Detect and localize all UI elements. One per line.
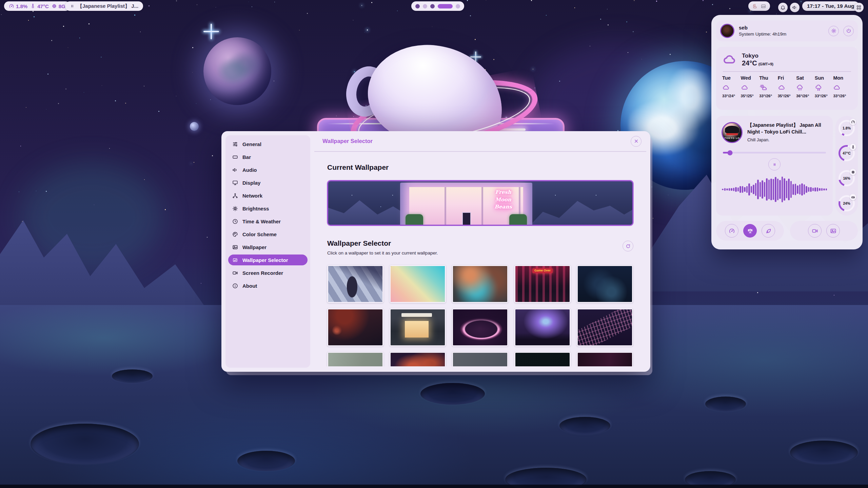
volume-button[interactable] — [790, 3, 800, 12]
power-saver-mode-button[interactable] — [762, 224, 775, 238]
camera-icon — [232, 270, 238, 276]
system-stats-pill[interactable]: 1.8% 47°C 8G — [4, 1, 70, 11]
workspace-indicator-occupied[interactable] — [415, 4, 420, 8]
arcade-sign-text: Game Over — [532, 268, 553, 273]
sidebar-item-display[interactable]: Display — [228, 177, 308, 188]
balanced-mode-button[interactable] — [743, 224, 757, 238]
selector-heading: Wallpaper Selector — [327, 239, 438, 247]
media-pill[interactable]: 【Japanese Playlist】 J... — [65, 1, 143, 11]
clock-pill[interactable]: 17:17 - Tue, 19 Aug — [802, 1, 859, 11]
notifications-button[interactable] — [778, 3, 788, 12]
user-name: seb — [739, 24, 824, 31]
sidebar-item-bar[interactable]: Bar — [228, 151, 308, 162]
bar-icon — [232, 154, 238, 160]
sidebar-item-audio[interactable]: Audio — [228, 164, 308, 175]
media-pill-label: 【Japanese Playlist】 J... — [77, 3, 138, 9]
thermometer-icon — [30, 3, 36, 9]
memory-stat: 8G — [52, 3, 65, 9]
sidebar-item-general[interactable]: General — [228, 139, 308, 149]
workspace-indicator-empty[interactable] — [456, 4, 460, 8]
sidebar-item-network[interactable]: Network — [228, 190, 308, 201]
settings-content: Wallpaper Selector Current Wallpaper Fre… — [310, 131, 650, 372]
wallpaper-thumb-wireframe-waves[interactable] — [577, 308, 633, 346]
media-artist: Chill Japan. — [747, 138, 827, 142]
sidebar-item-wallpaper-selector[interactable]: Wallpaper Selector — [228, 255, 308, 265]
gauge-icon — [851, 120, 855, 124]
preview-planter — [406, 214, 423, 226]
wallpaper-thumb-cyberpunk-arcade[interactable]: Game Over — [514, 265, 571, 303]
power-icon — [846, 28, 851, 34]
power-button[interactable] — [843, 26, 854, 36]
sidebar-item-color-scheme[interactable]: Color Scheme — [228, 229, 308, 240]
sidebar-item-label: Brightness — [242, 206, 269, 211]
wallpaper-thumb-anime-girl-crosswalk[interactable] — [327, 265, 383, 303]
forecast-temps: 35°/26° — [778, 94, 796, 98]
audio-waveform — [722, 173, 827, 206]
sidebar-item-screen-recorder[interactable]: Screen Recorder — [228, 267, 308, 278]
wallpaper-thumb-pastel-sunset-gradient[interactable] — [390, 265, 446, 303]
wallpaper-thumb-blurred-aurora[interactable] — [452, 265, 508, 303]
refresh-icon — [626, 244, 631, 249]
forecast-day-label: Tue — [722, 75, 741, 81]
wallpaper-thumb-dark-night-castle[interactable] — [577, 265, 633, 303]
coffee-shop-sign — [401, 313, 432, 317]
media-progress-slider[interactable] — [723, 152, 826, 154]
sidebar-item-brightness[interactable]: Brightness — [228, 203, 308, 214]
wallpaper-thumb-ember-forest[interactable] — [327, 308, 383, 346]
tray-icon-2[interactable] — [761, 4, 766, 9]
user-card: seb System Uptime: 4h19m — [716, 20, 858, 41]
neon-line: Beans — [482, 203, 525, 211]
forecast-day: Fri 35°/26° — [778, 75, 796, 98]
workspace-indicator-empty[interactable] — [423, 4, 427, 8]
memory-gauge: 16% — [839, 170, 855, 186]
wallpaper-thumb-crimson-lake[interactable] — [390, 352, 446, 366]
tray-icon-1[interactable] — [752, 4, 757, 9]
wallpaper-thumb-nebula-forest[interactable] — [514, 308, 571, 346]
wallpaper-thumb-slate-grey[interactable] — [452, 352, 508, 366]
workspace-indicator-occupied[interactable] — [430, 4, 435, 8]
pause-button[interactable] — [768, 158, 781, 170]
preview-planter — [509, 214, 527, 226]
close-icon — [634, 139, 639, 144]
quick-settings-dock — [716, 221, 784, 241]
cpu-value: 1.8% — [16, 3, 27, 9]
palette-icon — [232, 231, 238, 237]
gauge-icon — [9, 3, 14, 9]
wallpaper-thumb-lofi-coffee-storefront[interactable] — [390, 308, 446, 346]
gear-icon — [831, 28, 836, 34]
sidebar-item-about[interactable]: About — [228, 280, 308, 291]
neon-line: Fresh — [482, 189, 525, 196]
brightness-icon — [232, 206, 238, 211]
window-body[interactable]: Current Wallpaper Fresh Moon Beans — [310, 152, 650, 366]
sidebar-item-label: Audio — [242, 167, 257, 173]
selector-section-header: Wallpaper Selector Click on a wallpaper … — [327, 226, 633, 256]
media-progress-thumb[interactable] — [728, 150, 733, 155]
settings-button[interactable] — [828, 26, 839, 36]
media-title: 【Japanese Playlist】 Japan All Night - To… — [747, 122, 827, 135]
dashboard-button[interactable] — [854, 3, 864, 12]
screenshot-button[interactable] — [826, 224, 840, 238]
bell-icon — [780, 5, 786, 10]
settings-sidebar: General Bar Audio Display Network Bright… — [225, 135, 310, 368]
sidebar-item-time-weather[interactable]: Time & Weather — [228, 216, 308, 227]
weather-divider — [723, 71, 851, 72]
wallpaper-thumb-plum-gradient[interactable] — [577, 352, 633, 366]
preview-neon-sign: Fresh Moon Beans — [482, 189, 525, 211]
speaker-icon — [232, 167, 238, 173]
screen-record-button[interactable] — [808, 224, 822, 238]
wallpaper-thumb-sage-grey[interactable] — [327, 352, 383, 366]
performance-mode-button[interactable] — [725, 224, 738, 238]
sidebar-item-wallpaper[interactable]: Wallpaper — [228, 242, 308, 252]
camera-icon — [812, 228, 818, 234]
avatar — [720, 24, 734, 38]
wallpaper-thumb-dark-teal[interactable] — [514, 352, 571, 366]
system-uptime: System Uptime: 4h19m — [739, 31, 824, 37]
system-tray-pill[interactable] — [748, 1, 770, 11]
close-button[interactable] — [631, 136, 642, 147]
media-player-card: TOKYO LO 【Japanese Playlist】 Japan All N… — [716, 116, 833, 216]
workspace-indicator-active[interactable] — [438, 4, 453, 8]
wallpaper-thumb-purple-eclipse[interactable] — [452, 308, 508, 346]
refresh-button[interactable] — [623, 241, 633, 251]
sidebar-item-label: Bar — [242, 154, 251, 160]
settings-window: General Bar Audio Display Network Bright… — [221, 131, 650, 372]
